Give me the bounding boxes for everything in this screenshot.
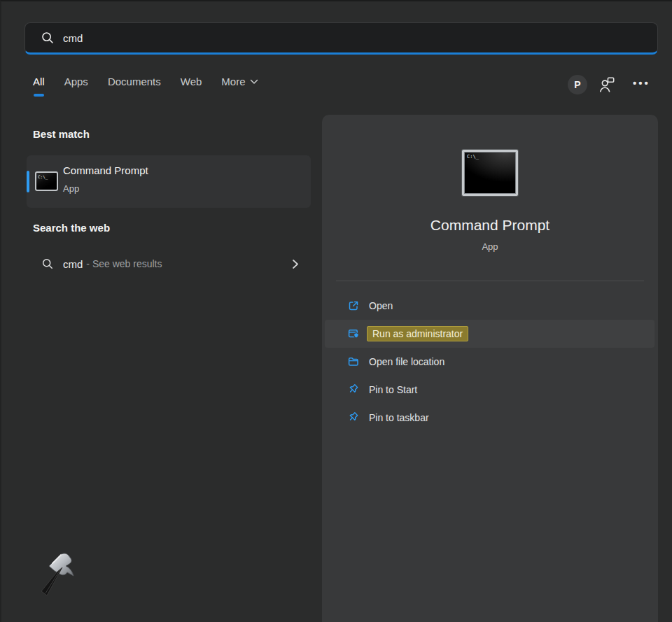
tab-documents[interactable]: Documents: [108, 76, 161, 97]
action-run-as-administrator[interactable]: Run as administrator: [325, 320, 654, 348]
action-open-file-location-label: Open file location: [369, 356, 444, 367]
pushpin-icon: [347, 383, 360, 396]
preview-app-title: Command Prompt: [322, 217, 658, 234]
action-list: Open Run as administrator Open file loca…: [322, 292, 658, 432]
best-match-subtitle: App: [63, 183, 79, 194]
tab-apps-label: Apps: [64, 76, 88, 87]
command-prompt-icon: C:\_: [35, 171, 58, 191]
chevron-down-icon: [250, 79, 258, 85]
best-match-result[interactable]: C:\_ Command Prompt App: [27, 155, 311, 208]
action-open-label: Open: [369, 300, 393, 311]
preview-panel: C:\_ Command Prompt App Open Run as admi: [322, 115, 658, 622]
folder-icon: [347, 355, 360, 368]
search-input[interactable]: [63, 32, 623, 44]
tab-web-label: Web: [181, 76, 202, 87]
best-match-title: Command Prompt: [63, 164, 148, 176]
search-icon: [41, 31, 55, 45]
search-bar[interactable]: [24, 22, 658, 55]
tab-web[interactable]: Web: [181, 76, 202, 97]
selection-accent-bar: [27, 171, 29, 192]
tab-more-label: More: [221, 76, 245, 87]
search-icon: [41, 257, 54, 270]
window-shield-icon: [347, 327, 360, 340]
divider: [336, 281, 644, 281]
tab-more[interactable]: More: [221, 76, 258, 97]
chevron-right-icon: [289, 258, 301, 270]
hammer-icon: [25, 544, 84, 603]
search-window: All Apps Documents Web More P ••• Best m…: [0, 0, 672, 622]
search-filter-tabs: All Apps Documents Web More: [33, 76, 258, 97]
search-the-web-heading: Search the web: [33, 222, 110, 234]
web-result-query: cmd: [63, 258, 83, 270]
tab-documents-label: Documents: [108, 76, 161, 87]
action-pin-to-start[interactable]: Pin to Start: [322, 376, 658, 404]
best-match-heading: Best match: [33, 128, 90, 140]
action-pin-to-taskbar-label: Pin to taskbar: [369, 412, 429, 423]
tab-apps[interactable]: Apps: [64, 76, 88, 97]
pushpin-icon: [347, 411, 360, 424]
tab-all[interactable]: All: [33, 76, 45, 97]
action-open-file-location[interactable]: Open file location: [322, 348, 658, 376]
ellipsis-icon[interactable]: •••: [633, 77, 650, 89]
preview-app-subtitle: App: [322, 241, 658, 252]
web-search-result[interactable]: cmd - See web results: [27, 248, 311, 280]
user-avatar[interactable]: P: [568, 75, 587, 94]
web-result-suffix: - See web results: [86, 258, 162, 269]
person-chat-icon[interactable]: [598, 76, 616, 94]
action-open[interactable]: Open: [322, 292, 658, 320]
action-pin-to-taskbar[interactable]: Pin to taskbar: [322, 404, 658, 432]
action-pin-to-start-label: Pin to Start: [369, 384, 417, 395]
external-link-icon: [347, 299, 360, 312]
action-run-as-administrator-label: Run as administrator: [367, 326, 468, 341]
command-prompt-icon-large: C:\_: [462, 150, 518, 196]
avatar-letter: P: [574, 79, 580, 90]
tab-all-label: All: [33, 76, 45, 87]
